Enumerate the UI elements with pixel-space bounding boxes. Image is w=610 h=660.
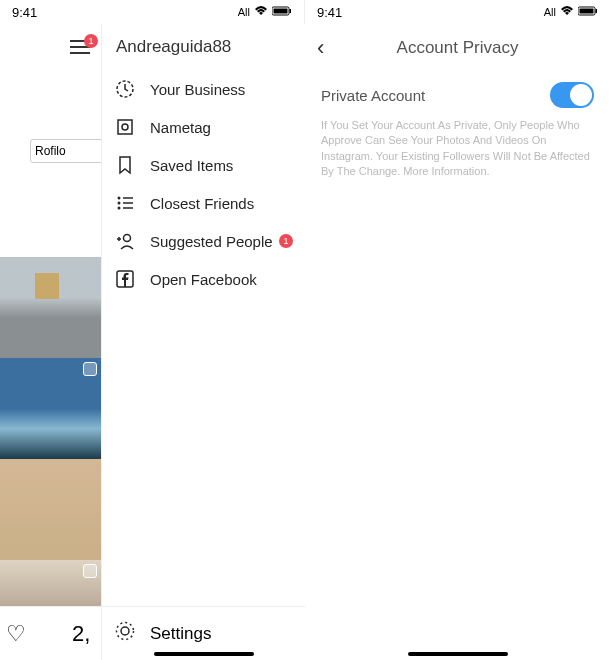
photo-grid xyxy=(0,257,101,645)
side-drawer: Andreaguida88 Your Business Nametag Save… xyxy=(101,24,305,660)
svg-point-12 xyxy=(118,207,121,210)
svg-rect-2 xyxy=(290,9,292,13)
status-time: 9:41 xyxy=(317,5,342,20)
multi-post-icon xyxy=(83,564,97,578)
private-account-description: If You Set Your Account As Private, Only… xyxy=(305,118,610,180)
grid-photo[interactable] xyxy=(0,358,101,459)
bookmark-icon xyxy=(114,154,136,176)
carrier-label: All xyxy=(544,6,556,18)
wifi-icon xyxy=(254,6,268,18)
drawer-item-saved[interactable]: Saved Items xyxy=(102,146,305,184)
toggle-knob xyxy=(570,84,592,106)
home-indicator xyxy=(408,652,508,656)
svg-point-7 xyxy=(122,124,128,130)
drawer-item-nametag[interactable]: Nametag xyxy=(102,108,305,146)
private-account-toggle[interactable] xyxy=(550,82,594,108)
facebook-icon xyxy=(114,268,136,290)
page-title: Account Privacy xyxy=(305,38,610,58)
drawer-item-label: Suggested People xyxy=(150,233,273,250)
svg-point-14 xyxy=(124,235,131,242)
svg-rect-21 xyxy=(580,9,594,14)
private-account-label: Private Account xyxy=(321,87,425,104)
svg-point-10 xyxy=(118,202,121,205)
grid-photo[interactable] xyxy=(0,459,101,560)
grid-photo[interactable] xyxy=(0,257,101,358)
status-time: 9:41 xyxy=(12,5,37,20)
page-header: ‹ Account Privacy xyxy=(305,24,610,72)
status-indicators: All xyxy=(544,6,598,18)
drawer-item-close-friends[interactable]: Closest Friends xyxy=(102,184,305,222)
drawer-item-label: Closest Friends xyxy=(150,195,254,212)
multi-post-icon xyxy=(83,362,97,376)
battery-icon xyxy=(578,6,598,18)
gear-icon xyxy=(114,620,136,647)
heart-icon[interactable]: ♡ xyxy=(6,621,26,647)
add-person-icon xyxy=(114,230,136,252)
suggested-badge: 1 xyxy=(279,234,293,248)
svg-point-18 xyxy=(121,627,129,635)
menu-button[interactable]: 1 xyxy=(70,40,90,54)
nametag-icon xyxy=(114,116,136,138)
drawer-item-label: Saved Items xyxy=(150,157,233,174)
svg-rect-1 xyxy=(274,9,288,14)
battery-icon xyxy=(272,6,292,18)
left-phone-screen: 9:41 All 1 240 Follow xyxy=(0,0,305,660)
drawer-item-label: Your Business xyxy=(150,81,245,98)
status-bar: 9:41 All xyxy=(305,0,610,24)
svg-point-19 xyxy=(117,623,134,640)
menu-badge: 1 xyxy=(84,34,98,48)
drawer-item-label: Open Facebook xyxy=(150,271,257,288)
drawer-item-open-facebook[interactable]: Open Facebook xyxy=(102,260,305,298)
private-account-row: Private Account xyxy=(305,72,610,118)
svg-rect-22 xyxy=(596,9,598,13)
status-bar: 9:41 All xyxy=(0,0,304,24)
drawer-username: Andreaguida88 xyxy=(102,24,305,70)
drawer-item-suggested-people[interactable]: Suggested People 1 xyxy=(102,222,305,260)
wifi-icon xyxy=(560,6,574,18)
drawer-item-label: Nametag xyxy=(150,119,211,136)
status-indicators: All xyxy=(238,6,292,18)
svg-rect-6 xyxy=(118,120,132,134)
clock-icon xyxy=(114,78,136,100)
list-icon xyxy=(114,192,136,214)
svg-point-8 xyxy=(118,197,121,200)
drawer-item-your-business[interactable]: Your Business xyxy=(102,70,305,108)
right-phone-screen: 9:41 All ‹ Account Privacy Private Accou… xyxy=(305,0,610,660)
settings-label: Settings xyxy=(150,624,211,644)
carrier-label: All xyxy=(238,6,250,18)
home-indicator xyxy=(154,652,254,656)
bottom-count: 2, xyxy=(72,621,90,647)
